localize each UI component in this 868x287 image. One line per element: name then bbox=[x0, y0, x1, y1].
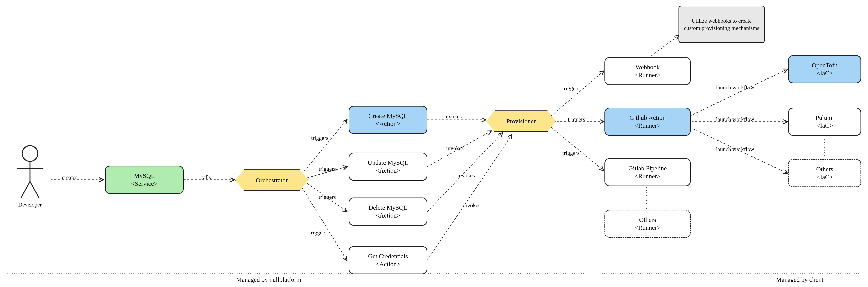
node-get-credentials: Get Credentials <Action> bbox=[349, 246, 427, 274]
node-title: Others bbox=[639, 216, 656, 224]
svg-line-6 bbox=[30, 182, 39, 199]
node-mysql-service: MySQL <Service> bbox=[105, 166, 184, 194]
label-prov-trig-2: triggers bbox=[568, 116, 585, 122]
label-inv-1: invokes bbox=[444, 113, 462, 120]
node-title: MySQL bbox=[134, 172, 155, 180]
node-title: Update MySQL bbox=[368, 159, 408, 167]
note-webhook: Utilize webhooks to create custom provis… bbox=[679, 6, 765, 43]
node-title: Create MySQL bbox=[369, 112, 408, 120]
node-stereo: <Runner> bbox=[634, 71, 660, 79]
node-stereo: <Action> bbox=[376, 260, 400, 268]
label-launch-3: launch workflow bbox=[716, 146, 754, 152]
edge-gha-opentofu bbox=[690, 69, 787, 116]
node-create-mysql: Create MySQL <Action> bbox=[349, 106, 427, 134]
node-title: Others bbox=[816, 165, 833, 173]
node-orchestrator: Orchestrator bbox=[235, 170, 308, 191]
node-stereo: <Action> bbox=[376, 212, 400, 220]
node-stereo: <Action> bbox=[376, 167, 400, 175]
node-opentofu-iac: OpenTofu <IaC> bbox=[788, 55, 861, 83]
node-others-iac: Others <IaC> bbox=[788, 159, 861, 187]
edge-webhook-note bbox=[649, 36, 679, 58]
diagram-canvas: Developer MySQL <Service> Orchestrator C… bbox=[0, 0, 868, 287]
node-title: Get Credentials bbox=[368, 252, 408, 260]
zone-left: Managed by nullplatform bbox=[236, 276, 301, 283]
label-prov-trig-1: triggers bbox=[562, 85, 580, 92]
node-stereo: <IaC> bbox=[816, 122, 833, 130]
zone-right: Managed by client bbox=[776, 276, 824, 283]
label-launch-2: launch workflow bbox=[716, 116, 754, 122]
edge-prov-webhook bbox=[551, 71, 603, 116]
actor-label: Developer bbox=[11, 202, 49, 208]
node-stereo: <Runner> bbox=[634, 172, 660, 180]
node-title: Github Action bbox=[629, 114, 666, 122]
node-pulumi-iac: Pulumi <IaC> bbox=[788, 108, 861, 136]
label-inv-3: invokes bbox=[457, 172, 475, 179]
edge-prov-gitlab bbox=[551, 127, 603, 170]
label-creates: creates bbox=[62, 174, 78, 180]
node-delete-mysql: Delete MySQL <Action> bbox=[349, 198, 427, 225]
edge-inv-getcred bbox=[427, 135, 512, 260]
label-inv-4: invokes bbox=[463, 202, 480, 209]
label-inv-2: invokes bbox=[446, 145, 464, 151]
node-title: Gitlab Pipeline bbox=[628, 165, 667, 172]
node-title: Webhook bbox=[636, 63, 659, 71]
node-provisioner: Provisioner bbox=[486, 110, 556, 132]
node-webhook-runner: Webhook <Runner> bbox=[604, 57, 691, 85]
node-github-runner: Github Action <Runner> bbox=[604, 108, 691, 136]
label-trig-3: triggers bbox=[319, 194, 336, 200]
node-title: OpenTofu bbox=[812, 62, 837, 69]
stick-figure-icon bbox=[15, 144, 45, 200]
note-text: Utilize webhooks to create custom provis… bbox=[683, 17, 760, 32]
label-launch-1: launch workflow bbox=[716, 84, 754, 91]
node-update-mysql: Update MySQL <Action> bbox=[349, 152, 427, 181]
node-stereo: <Service> bbox=[131, 180, 157, 188]
actor-developer: Developer bbox=[11, 144, 49, 208]
node-others-runner: Others <Runner> bbox=[604, 210, 691, 238]
node-gitlab-runner: Gitlab Pipeline <Runner> bbox=[604, 158, 691, 186]
label-trig-4: triggers bbox=[309, 229, 327, 236]
node-stereo: <IaC> bbox=[816, 173, 833, 181]
label-trig-2: triggers bbox=[319, 166, 336, 172]
node-title: Delete MySQL bbox=[369, 204, 408, 212]
node-stereo: <IaC> bbox=[816, 69, 833, 77]
svg-point-2 bbox=[22, 146, 38, 162]
node-stereo: <Runner> bbox=[634, 122, 660, 130]
label-calls: calls bbox=[200, 174, 211, 180]
node-title: Provisioner bbox=[506, 118, 536, 125]
node-title: Orchestrator bbox=[256, 177, 288, 184]
svg-line-5 bbox=[21, 182, 30, 199]
node-title: Pulumi bbox=[815, 114, 834, 122]
label-trig-1: triggers bbox=[311, 135, 329, 141]
node-stereo: <Action> bbox=[376, 120, 400, 128]
node-stereo: <Runner> bbox=[634, 224, 660, 232]
label-prov-trig-3: triggers bbox=[562, 150, 580, 156]
